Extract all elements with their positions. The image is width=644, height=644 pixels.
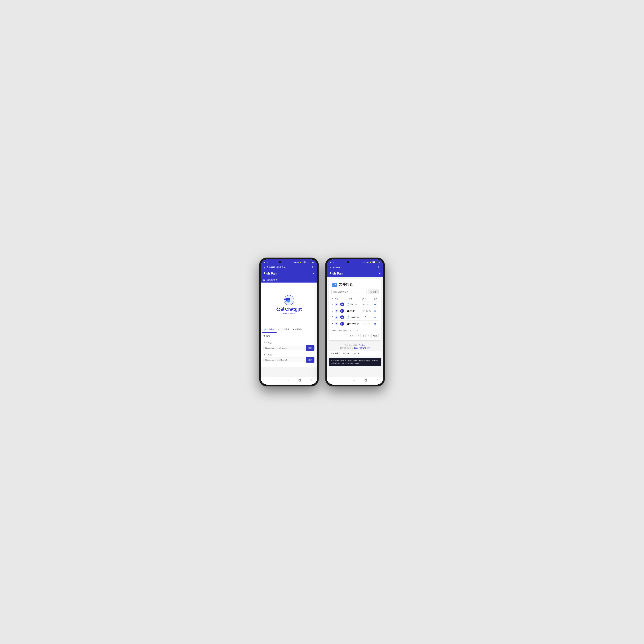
link-section: 图片链接: https://pan.ycyyy.cn/view.ph 复制 下载… (261, 339, 317, 367)
app-title-bar-1: Fish Pan ≡ (261, 270, 317, 277)
nav-bar-2: ⊙ Fish Pan ↻ (327, 264, 383, 270)
tab-link-label: 文件外链 (267, 328, 275, 331)
download-btn-0[interactable]: ⬇ (335, 303, 338, 306)
page-last-btn[interactable]: 尾页 (371, 334, 379, 338)
forward-btn-1[interactable]: › (276, 378, 277, 382)
col-name: 文件名 (346, 297, 362, 301)
brand-link[interactable]: Fish Pan (359, 344, 365, 346)
app-title-bar-2: Fish Pan ≡ (327, 270, 383, 277)
logo-text-cn: 公益Chatgpt (276, 306, 302, 312)
back-btn-2[interactable]: ‹ (332, 378, 333, 382)
file-list-header: 文件列表 (331, 282, 379, 287)
page-current-btn[interactable]: 1 (361, 334, 366, 338)
tab-file-link[interactable]: 🔗 文件外链 (262, 327, 277, 333)
play-btn-3[interactable]: ▶ (340, 322, 344, 326)
download-link-input[interactable]: https://pan.ycyyy.cn/down.ph (264, 358, 305, 362)
col-num: # (331, 297, 334, 301)
cell-num: 3 (331, 314, 334, 321)
status-time-2: 9:54 (330, 261, 334, 264)
info-icon: ℹ (293, 328, 294, 331)
cell-ext: jpg (373, 321, 379, 327)
menu-icon-1[interactable]: ≡ (313, 272, 314, 275)
nav-bar-1: ⊙ 文件查看 - Fish Pan ↻ (261, 264, 317, 270)
play-btn-1[interactable]: ▶ (340, 309, 344, 313)
refresh-icon-2[interactable]: ↻ (378, 266, 380, 269)
pagination-controls: 首页 « 1 » 尾页 (331, 334, 379, 338)
tabs-btn-1[interactable]: ◻ (298, 378, 301, 382)
menu-btn-1[interactable]: ≡ (310, 378, 312, 382)
col-action: 操作 (334, 297, 346, 301)
uptime-label: 本站已安全运行： (340, 347, 353, 349)
nav-title-1: ⊙ 文件查看 - Fish Pan (264, 266, 286, 269)
download-copy-btn[interactable]: 复制 (306, 357, 314, 363)
table-header-row: # 操作 文件名 大小 格式 (331, 297, 379, 301)
cell-filename: 📄 ceshitxt.txt (346, 314, 362, 321)
content-1: 🖼 图片查看器 (261, 277, 317, 377)
filename-text-0: 模板.doc (350, 303, 357, 306)
cell-num: 4 (331, 321, 334, 327)
download-btn-2[interactable]: ⬇ (335, 315, 338, 319)
code-icon: </> (278, 328, 281, 331)
home-btn-2[interactable]: ⌂ (353, 378, 355, 382)
search-btn[interactable]: 🔍 搜索 (368, 289, 379, 294)
search-icon: 🔍 (370, 291, 372, 293)
image-copy-btn[interactable]: 复制 (306, 345, 314, 351)
page-first-btn[interactable]: 首页 (348, 334, 355, 338)
disclaimer-bar: 不得利用云存储发布、存储、淫秽、诈骗等违法信息。侵权/违法投诉 邮箱：30754… (329, 358, 381, 366)
table-row: 3 ⬇ | ▶ 📄 ceshitxt.txt 11 B txt (331, 314, 379, 321)
search-btn-label: 搜索 (373, 290, 377, 293)
home-btn-1[interactable]: ⌂ (287, 378, 289, 382)
forward-btn-2[interactable]: › (342, 378, 343, 382)
cell-actions: ⬇ | ▶ (334, 308, 346, 314)
fl-link-gpt[interactable]: 公益GPT (343, 352, 350, 355)
menu-icon-2[interactable]: ≡ (379, 272, 380, 275)
image-link-row: https://pan.ycyyy.cn/view.ph 复制 (264, 345, 314, 351)
tab-code-label: 代码调用 (282, 328, 289, 331)
menu-btn-2[interactable]: ≡ (376, 378, 378, 382)
download-btn-1[interactable]: ⬇ (335, 309, 338, 313)
cell-actions: ⬇ | ▶ (334, 301, 346, 308)
file-list-title: 文件列表 (339, 282, 353, 287)
nav-text-1: 文件查看 - Fish Pan (266, 266, 286, 269)
tab-file-info[interactable]: ℹ 文件详情 (291, 327, 304, 333)
cell-filename: 📄 模板.doc (346, 301, 362, 308)
manage-label: 管理 (266, 334, 270, 337)
play-btn-2[interactable]: ▶ (340, 315, 344, 319)
fl-link-onetb[interactable]: OneTB (353, 353, 359, 355)
download-btn-3[interactable]: ⬇ (335, 322, 338, 326)
tab-info-label: 文件详情 (294, 328, 302, 331)
search-input[interactable] (331, 289, 366, 294)
file-icon-1: 🖼 (347, 310, 349, 312)
manage-bar[interactable]: ⚙ 管理 (261, 333, 317, 339)
shield-icon-1: ⊙ (264, 266, 266, 269)
image-link-input[interactable]: https://pan.ycyyy.cn/view.ph (264, 346, 305, 350)
file-table: # 操作 文件名 大小 格式 1 ⬇ | ▶ (331, 297, 379, 327)
play-btn-0[interactable]: ▶ (340, 303, 344, 306)
gear-icon: ⚙ (263, 335, 265, 337)
image-link-label: 图片链接: (264, 341, 314, 344)
cell-size: 26.5 KB (362, 301, 373, 308)
camera-notch-2 (347, 261, 349, 263)
fl-label: 友情链接： (331, 352, 340, 355)
col-ext: 格式 (373, 297, 379, 301)
file-icon-0: 📄 (347, 303, 349, 306)
file-list-card: 文件列表 🔍 搜索 # 操作 文件名 大小 (329, 279, 381, 340)
page-next-btn[interactable]: » (366, 334, 371, 338)
tab-code-call[interactable]: </> 代码调用 (277, 327, 291, 333)
image-viewer-area: 公益Chatgpt www.ycyyy.cn (261, 283, 317, 327)
status-icons-2: 5.93 KB/s 🔔 ▌▌▌ ⬛ 67 (362, 261, 380, 263)
tabs-btn-2[interactable]: ◻ (364, 378, 367, 382)
cell-size: 44.83 KB (362, 321, 373, 327)
table-row: 1 ⬇ | ▶ 📄 模板.doc 26.5 KB doc (331, 301, 379, 308)
copyright-text: Copyright © 2024 Fish Pan 本站已安全运行： 108天9… (329, 344, 381, 349)
svg-point-6 (289, 301, 290, 301)
download-link-label: 下载链接: (264, 353, 314, 356)
back-btn-1[interactable]: ‹ (266, 378, 267, 382)
status-time-1: 9:56 (264, 261, 268, 264)
copyright-label: Copyright © 2024 (345, 344, 359, 346)
status-bar-1: 9:56 1.97 KB/s 🔔 ▌▌▌ ▌▌▌ ⬛ 6G (261, 259, 317, 264)
logo-area: 公益Chatgpt www.ycyyy.cn (276, 295, 302, 315)
uptime-value: 108天9小时54分50秒 (354, 347, 370, 349)
page-prev-btn[interactable]: « (356, 334, 361, 338)
refresh-icon-1[interactable]: ↻ (312, 266, 314, 269)
